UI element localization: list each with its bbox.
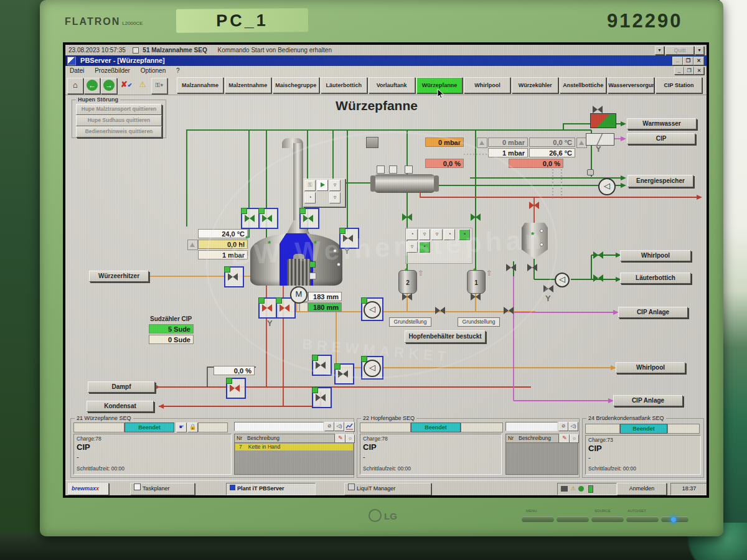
play-icon[interactable] — [317, 180, 328, 191]
magnifier-icon[interactable]: ○ — [345, 434, 355, 443]
hand-icon[interactable]: ☛ — [176, 422, 187, 432]
status-green-icon[interactable]: • — [419, 241, 430, 253]
tray-display-icon[interactable] — [561, 486, 568, 492]
label-whirlpool-1[interactable]: Whirlpool — [620, 250, 691, 261]
lock-icon[interactable]: 🔒 — [187, 422, 198, 432]
valve-icon[interactable] — [504, 307, 514, 314]
tray-warning-icon[interactable]: ⚠ — [571, 485, 576, 492]
tray-status-icon[interactable] — [578, 486, 584, 492]
mute-icon[interactable]: ⊘ — [558, 422, 568, 431]
valve-icon[interactable] — [593, 274, 603, 282]
energiespeicher-pump[interactable]: ◁ — [598, 178, 616, 195]
seq-table-row[interactable]: 7Kette in Hand — [235, 444, 353, 450]
steam-valve-selected[interactable] — [226, 378, 246, 399]
speaker-icon[interactable]: ◁) — [334, 422, 344, 431]
taskbar-item-pbserver[interactable]: Plant iT PBServer — [226, 483, 316, 495]
taskbar-item-liquit[interactable]: LiquiT Manager — [344, 483, 431, 495]
label-kondensat[interactable]: Kondensat — [87, 401, 154, 412]
pump-icon: ◁ — [364, 360, 381, 377]
sparkle-icon: * — [268, 239, 271, 248]
drop-icon[interactable]: ▿ — [419, 229, 430, 240]
mute-icon[interactable]: ⊘ — [324, 422, 334, 431]
speaker-icon[interactable]: ◁) — [568, 422, 578, 431]
hupe-sudhaus-button[interactable]: Hupe Sudhaus quittieren — [76, 115, 162, 126]
valve-icon[interactable] — [543, 285, 553, 292]
valve-icon[interactable] — [402, 293, 412, 301]
valve-selected[interactable] — [312, 387, 332, 408]
monitor-select-button[interactable] — [557, 516, 589, 522]
monitor-menu-button[interactable] — [522, 516, 554, 522]
pc-label-sticker: PC_1 — [176, 8, 308, 32]
key-icon[interactable]: ⚿ — [304, 180, 316, 191]
clock-icon[interactable]: ◔ — [406, 229, 418, 240]
power-led — [671, 517, 676, 522]
edit-icon[interactable]: ✎ — [336, 434, 345, 443]
start-button[interactable]: brewmaxx — [68, 483, 109, 495]
drop-icon[interactable]: ▿ — [431, 229, 443, 240]
pump-icon[interactable]: ◁ — [555, 273, 570, 287]
lock-icon — [587, 169, 594, 175]
clock-icon[interactable]: ◔ — [304, 192, 316, 203]
drop-icon[interactable]: ▿ — [406, 241, 418, 253]
valve-icon[interactable] — [506, 264, 516, 271]
seq-table-body[interactable]: 7Kette in Hand — [234, 442, 354, 475]
seq-command-input[interactable] — [234, 422, 324, 431]
valve-icon[interactable] — [527, 264, 537, 271]
label-cip-anlage-2[interactable]: CIP Anlage — [613, 395, 683, 406]
label-energiespeicher[interactable]: Energiespeicher — [627, 175, 693, 187]
taskbar-item-taskplaner[interactable]: Taskplaner — [130, 483, 195, 495]
label-dampf[interactable]: Dampf — [88, 381, 155, 393]
monitor-button-label: AUTO/SET — [627, 509, 646, 513]
label-cip-anlage-1[interactable]: CIP Anlage — [618, 307, 688, 318]
seq-table-body[interactable] — [505, 442, 578, 475]
monitor-source-button[interactable] — [591, 516, 624, 522]
seq-table-header: NrBeschreibung — [505, 434, 559, 443]
login-button[interactable]: Anmelden — [617, 483, 667, 495]
valve-icon[interactable] — [471, 293, 481, 301]
hopfenbehaelter-button[interactable]: Hopfenbehälter bestuckt — [405, 330, 486, 343]
seq-info: Charge:73 CIP - Schrittlaufzeit: 00:00 — [585, 435, 701, 475]
monitor-brand: FLATRONL2000CE — [65, 16, 143, 27]
valve-icon[interactable] — [435, 307, 445, 314]
y-strainer-icon: Y — [596, 144, 601, 154]
valve-icon[interactable] — [593, 106, 603, 113]
pump-selected[interactable]: ◁ — [361, 356, 383, 380]
bedienerhinweis-button[interactable]: Bedienerhinweis quittieren — [76, 126, 162, 138]
hupe-malztransport-button[interactable]: Hupe Malztransport quittieren — [76, 104, 162, 115]
label-wuerzeerhitzer[interactable]: Würzeerhitzer — [89, 271, 149, 282]
valve-icon[interactable] — [593, 251, 603, 259]
kettle-motor[interactable]: M — [290, 286, 308, 304]
cip-mixer — [586, 133, 614, 146]
label-warmwasser[interactable]: Warmwasser — [627, 118, 697, 129]
drop-icon[interactable]: ▿ — [329, 180, 341, 191]
screen: 23.08.2023 10:57:35 51 Malzannahme SEQ K… — [63, 42, 709, 498]
valve-selected[interactable] — [339, 228, 359, 249]
tray-battery-icon[interactable] — [588, 485, 593, 493]
valve-icon[interactable] — [529, 202, 539, 209]
magnifier-icon[interactable]: ○ — [570, 434, 579, 443]
internal-heater — [287, 259, 311, 286]
label-laeuterbottich[interactable]: Läuterbottich — [620, 273, 691, 284]
label-cip[interactable]: CIP — [627, 133, 695, 144]
sparkle-icon: * — [314, 239, 317, 248]
chart-icon[interactable] — [344, 422, 355, 432]
valve-selected[interactable] — [312, 355, 332, 376]
valve-icon[interactable] — [402, 213, 412, 221]
seq-step-name: CIP — [363, 442, 377, 452]
pump-selected[interactable]: ◁ — [361, 297, 383, 321]
label-whirlpool-2[interactable]: Whirlpool — [616, 362, 685, 373]
status-green-icon[interactable]: • — [459, 229, 470, 240]
valve-selected[interactable] — [224, 266, 244, 287]
monitor-autoset-button[interactable] — [626, 516, 659, 522]
seq-status-badge: Beendet — [411, 422, 461, 432]
valve-selected[interactable] — [258, 208, 278, 229]
valve-selected[interactable] — [334, 363, 354, 385]
drop-icon[interactable]: ▿ — [329, 192, 341, 203]
seq-command-input[interactable] — [505, 422, 558, 431]
valve-selected[interactable] — [299, 208, 319, 229]
edit-icon[interactable]: ✎ — [560, 434, 570, 443]
value-kettle-pressure: 1 mbar — [198, 250, 248, 259]
clock-icon[interactable]: ◔ — [444, 229, 455, 240]
valve-icon[interactable] — [471, 213, 481, 221]
seq-panel-wuerzepfanne: 21 Würzepfanne SEQ Beendet ☛ 🔒 Charge:78… — [70, 418, 354, 478]
